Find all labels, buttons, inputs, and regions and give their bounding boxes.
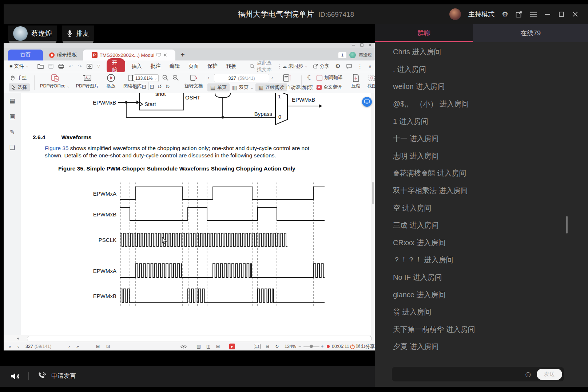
- view-single-icon-status[interactable]: ▤: [196, 342, 201, 350]
- tab-docer[interactable]: 稻壳模板: [43, 50, 83, 60]
- next-page-button[interactable]: ›: [271, 75, 273, 80]
- toolbar-expand-icon[interactable]: ▽: [97, 64, 100, 68]
- play-slideshow-button[interactable]: ▶: [229, 342, 235, 350]
- figure-link[interactable]: Figure 35: [45, 145, 68, 151]
- images-panel-icon[interactable]: ▣: [9, 113, 15, 120]
- zoom-level-select[interactable]: 133.61% ⌄: [134, 74, 159, 82]
- status-page-indicator[interactable]: 327 (59/141): [25, 342, 51, 350]
- request-speak-button[interactable]: 申请发言: [37, 372, 76, 381]
- status-zoom-value[interactable]: 134%: [285, 342, 296, 350]
- cast-monitor-icon[interactable]: [156, 53, 161, 57]
- actual-size-button[interactable]: 1:1: [254, 342, 261, 350]
- menu-annotate[interactable]: 批注: [151, 63, 161, 70]
- tab-document[interactable]: P TMS320x2802x...) Module.pdf: [83, 50, 175, 60]
- redo-icon[interactable]: ↷: [78, 63, 82, 69]
- menu-file[interactable]: ≡ 文件 ⌄: [9, 63, 29, 70]
- pdf-to-image-button[interactable]: PDF转图片: [73, 74, 102, 89]
- view-book-icon-status[interactable]: ◫: [206, 342, 211, 350]
- page-number-box[interactable]: 327 (59/141): [214, 74, 269, 82]
- screenshot-button[interactable]: 截图: [365, 74, 375, 89]
- page-layout-icon[interactable]: ⊡: [106, 342, 110, 350]
- rotate-icon-status[interactable]: ↻: [275, 342, 279, 350]
- zoom-plus-button[interactable]: +: [321, 342, 323, 350]
- wps-minimize-icon[interactable]: [352, 43, 355, 47]
- wps-close-icon[interactable]: [369, 43, 372, 47]
- thumbnails-panel-icon[interactable]: ▤: [9, 97, 15, 105]
- presenter-tab[interactable]: 蔡逢煌: [8, 26, 57, 42]
- wps-account-avatar[interactable]: [349, 52, 356, 58]
- tab-group-chat[interactable]: 群聊: [375, 24, 473, 42]
- sync-status[interactable]: ☁ 未同步 ⌄: [282, 63, 307, 70]
- zoom-minus-button[interactable]: −: [298, 342, 301, 350]
- send-button[interactable]: 发送: [537, 369, 562, 380]
- host-avatar[interactable]: [449, 8, 461, 20]
- minimize-button[interactable]: [544, 11, 551, 17]
- cast-float-button[interactable]: [362, 97, 372, 107]
- play-presentation-button[interactable]: 播放: [103, 74, 119, 89]
- settings-gear-icon[interactable]: ⚙: [502, 11, 508, 18]
- tab-close-icon[interactable]: [163, 53, 167, 57]
- menu-more-icon[interactable]: ⋮: [358, 63, 363, 69]
- background-moon-icon[interactable]: ☾: [307, 74, 313, 82]
- chat-scrollbar-thumb[interactable]: [566, 216, 568, 234]
- fit-window-icon[interactable]: ⊟: [266, 342, 269, 350]
- find-text-field[interactable]: 点此查找文本 ⋮: [250, 60, 282, 73]
- page-horizontal-scrollbar[interactable]: ◂: [4, 335, 375, 342]
- close-button[interactable]: [572, 11, 579, 17]
- prev-page-button[interactable]: ‹: [208, 75, 209, 80]
- pdf-page[interactable]: EPWMxB shot Start OSHT Bypass 1 0 EPWMxB…: [21, 93, 371, 335]
- hscroll-track[interactable]: [27, 336, 372, 341]
- prev-page-button-status[interactable]: ‹: [17, 342, 19, 350]
- full-translate-button[interactable]: A 全文翻译: [317, 84, 342, 90]
- print-icon[interactable]: [58, 64, 64, 69]
- first-page-button[interactable]: «: [9, 342, 11, 350]
- view-switch-icon[interactable]: [87, 64, 92, 69]
- comment-bubble-icon[interactable]: [346, 64, 352, 69]
- menu-insert[interactable]: 插入: [132, 63, 142, 70]
- menu-protect[interactable]: 保护: [207, 63, 218, 70]
- pdf-to-office-button[interactable]: W PDF转Office ⌄: [38, 74, 72, 89]
- tab-online-count[interactable]: 在线79: [473, 24, 588, 42]
- background-button[interactable]: 背景 ⌄: [304, 85, 318, 91]
- fit-actual-icon[interactable]: ⊞: [134, 84, 139, 89]
- view-continuous[interactable]: ▧ 连续阅读: [255, 83, 287, 91]
- rotate-document-button[interactable]: 旋转文档: [183, 74, 204, 89]
- view-scroll-icon-status[interactable]: ⊟: [216, 342, 220, 350]
- collapse-ribbon-icon[interactable]: ∧: [368, 63, 372, 69]
- add-page-icon[interactable]: ⊞: [96, 342, 100, 350]
- zoom-slider[interactable]: [303, 342, 319, 350]
- chat-message-list[interactable]: Chris 进入房间. 进入房间weilon 进入房间@$,, （小） 进入房间…: [375, 43, 579, 365]
- exit-share-button[interactable]: 退出分享: [356, 342, 375, 350]
- emoji-icon[interactable]: ☺: [524, 369, 532, 379]
- chat-input[interactable]: [392, 371, 524, 377]
- view-single-page[interactable]: ▤ 单页: [207, 83, 230, 91]
- eye-protect-icon[interactable]: [180, 342, 187, 350]
- tab-home[interactable]: 首页: [8, 50, 43, 60]
- rotate-right-icon[interactable]: ↻: [165, 84, 170, 89]
- undo-icon[interactable]: ↶: [69, 63, 73, 69]
- select-tool-active[interactable]: 选择: [9, 83, 30, 91]
- share-button[interactable]: 分享: [313, 63, 329, 70]
- open-folder-icon[interactable]: [37, 64, 44, 69]
- menu-edit[interactable]: 编辑: [170, 63, 180, 70]
- wps-maximize-icon[interactable]: [360, 43, 363, 47]
- speaker-button[interactable]: [10, 372, 20, 381]
- whiteboard-button[interactable]: [282, 73, 292, 83]
- zoom-in-button[interactable]: [172, 75, 179, 81]
- rotate-left-icon[interactable]: ↺: [158, 84, 162, 89]
- next-page-button-status[interactable]: ›: [68, 342, 70, 350]
- mic-queue-tab[interactable]: 排麦: [62, 26, 94, 42]
- zoom-slider-thumb[interactable]: [310, 345, 313, 348]
- popout-icon[interactable]: [516, 11, 523, 18]
- new-tab-button[interactable]: +: [180, 51, 185, 59]
- save-icon[interactable]: [48, 64, 53, 69]
- maximize-button[interactable]: [558, 11, 565, 17]
- comments-panel-icon[interactable]: ❏: [9, 144, 15, 152]
- page-vertical-scrollbar[interactable]: [371, 93, 375, 335]
- word-translate-button[interactable]: 划词翻译: [317, 75, 342, 81]
- zoom-out-button[interactable]: [162, 75, 168, 81]
- more-vertical-icon[interactable]: ⋮: [277, 63, 282, 69]
- scrollbar-thumb[interactable]: [372, 182, 374, 204]
- view-double-page[interactable]: ▥ 双页 ⌄: [232, 84, 254, 91]
- hand-tool[interactable]: 手型: [10, 75, 27, 81]
